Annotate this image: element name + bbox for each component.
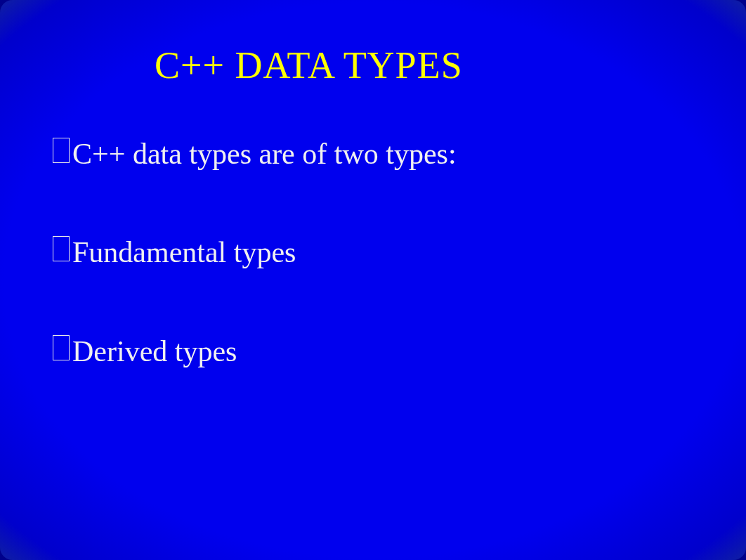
bullet-text: C++ data types are of two types: bbox=[72, 136, 457, 171]
bullet-item: Fundamental types bbox=[53, 235, 746, 270]
bullet-icon bbox=[53, 335, 70, 360]
bullet-icon bbox=[53, 138, 70, 163]
slide-title: C++ DATA TYPES bbox=[0, 0, 746, 87]
bullet-text: Fundamental types bbox=[72, 235, 296, 270]
slide-container: C++ DATA TYPES C++ data types are of two… bbox=[0, 0, 746, 560]
bullet-text: Derived types bbox=[72, 334, 237, 369]
bullet-icon bbox=[53, 236, 70, 261]
slide-content: C++ data types are of two types: Fundame… bbox=[0, 87, 746, 369]
bullet-item: Derived types bbox=[53, 334, 746, 369]
bullet-item: C++ data types are of two types: bbox=[53, 136, 746, 171]
